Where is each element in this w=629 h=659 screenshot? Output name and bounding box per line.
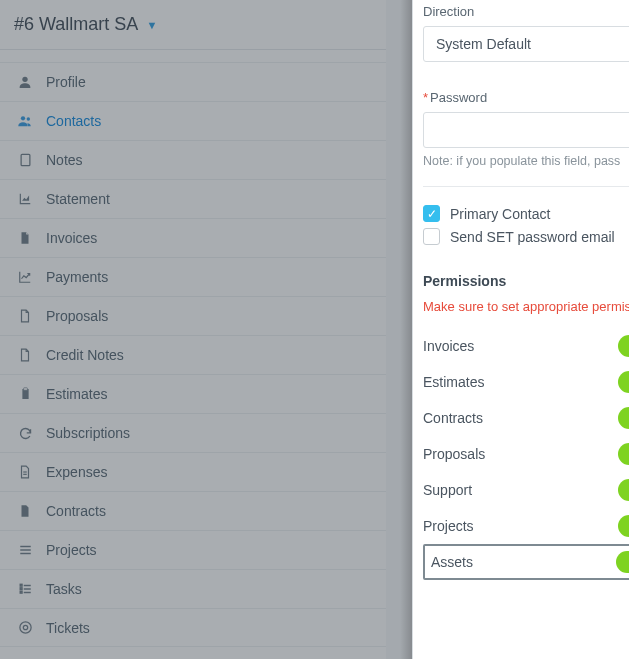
checkbox-unchecked-icon [423,228,440,245]
client-title: #6 Wallmart SA [14,14,138,35]
toggle-proposals[interactable] [618,443,629,465]
permission-row-proposals: Proposals [423,436,629,472]
password-hint: Note: if you populate this field, pass [423,154,629,168]
sidebar-item-label: Payments [46,269,108,285]
bars-icon [14,543,36,557]
file-outline-icon [14,347,36,363]
permissions-warning: Make sure to set appropriate permis [423,299,629,314]
file-outline-icon [14,308,36,324]
divider [423,186,629,187]
permission-row-assets: Assets [423,544,629,580]
svg-rect-3 [21,154,30,165]
permission-label: Estimates [423,374,484,390]
sidebar-item-label: Statement [46,191,110,207]
sidebar-item-label: Projects [46,542,97,558]
password-input[interactable] [423,112,629,148]
sidebar-item-label: Subscriptions [46,425,130,441]
sidebar-item-subscriptions[interactable]: Subscriptions [0,413,386,452]
permission-row-projects: Projects [423,508,629,544]
contact-edit-panel: Direction System Default *Password Note:… [412,0,629,659]
users-icon [14,113,36,129]
client-header[interactable]: #6 Wallmart SA ▼ [0,0,386,50]
sidebar-item-contracts[interactable]: Contracts [0,491,386,530]
permission-row-support: Support [423,472,629,508]
user-icon [14,74,36,90]
permission-row-estimates: Estimates [423,364,629,400]
sidebar-item-notes[interactable]: Notes [0,140,386,179]
permission-label: Support [423,482,472,498]
sidebar-item-label: Contracts [46,503,106,519]
sidebar-item-invoices[interactable]: Invoices [0,218,386,257]
sidebar-item-label: Expenses [46,464,107,480]
direction-label: Direction [423,4,629,19]
send-set-password-label: Send SET password email [450,229,615,245]
toggle-projects[interactable] [618,515,629,537]
sidebar-item-tickets[interactable]: Tickets [0,608,386,647]
permission-row-contracts: Contracts [423,400,629,436]
sidebar-item-expenses[interactable]: Expenses [0,452,386,491]
sidebar-item-label: Tickets [46,620,90,636]
file-lines-icon [14,464,36,480]
svg-rect-5 [23,388,27,391]
direction-value: System Default [436,36,531,52]
required-star-icon: * [423,90,428,105]
send-set-password-checkbox[interactable]: Send SET password email [423,228,629,245]
primary-contact-checkbox[interactable]: ✓ Primary Contact [423,205,629,222]
direction-select[interactable]: System Default [423,26,629,62]
primary-contact-label: Primary Contact [450,206,550,222]
sidebar-item-statement[interactable]: Statement [0,179,386,218]
svg-point-1 [21,116,25,120]
sidebar-item-label: Proposals [46,308,108,324]
toggle-contracts[interactable] [618,407,629,429]
sidebar-item-payments[interactable]: Payments [0,257,386,296]
permissions-title: Permissions [423,273,629,289]
document-icon [14,230,36,246]
sidebar-item-tasks[interactable]: Tasks [0,569,386,608]
sidebar-item-label: Contacts [46,113,101,129]
sidebar-item-projects[interactable]: Projects [0,530,386,569]
sidebar-item-label: Notes [46,152,83,168]
area-chart-icon [14,192,36,206]
tasks-icon [14,582,36,596]
toggle-invoices[interactable] [618,335,629,357]
tablet-icon [14,152,36,168]
sidebar-item-contacts[interactable]: Contacts [0,101,386,140]
toggle-assets[interactable] [616,551,629,573]
sidebar-item-profile[interactable]: Profile [0,62,386,101]
sidebar-item-estimates[interactable]: Estimates [0,374,386,413]
client-sidebar: #6 Wallmart SA ▼ Profile Contacts Notes [0,0,386,659]
sidebar-item-label: Invoices [46,230,97,246]
refresh-icon [14,426,36,441]
permission-row-invoices: Invoices [423,328,629,364]
clipboard-icon [14,386,36,402]
svg-point-17 [19,622,30,633]
toggle-support[interactable] [618,479,629,501]
permission-label: Projects [423,518,474,534]
svg-point-2 [27,117,30,120]
sidebar-item-label: Credit Notes [46,347,124,363]
support-icon [14,620,36,635]
svg-rect-15 [20,588,22,590]
permission-label: Invoices [423,338,474,354]
sidebar-item-credit-notes[interactable]: Credit Notes [0,335,386,374]
permission-label: Assets [431,554,473,570]
sidebar-item-label: Estimates [46,386,107,402]
chevron-down-icon: ▼ [146,19,157,31]
password-label: *Password [423,90,629,105]
svg-rect-14 [20,584,22,586]
toggle-estimates[interactable] [618,371,629,393]
checkbox-checked-icon: ✓ [423,205,440,222]
sidebar-item-label: Profile [46,74,86,90]
document-icon [14,503,36,519]
permission-label: Contracts [423,410,483,426]
svg-rect-16 [20,591,22,593]
sidebar-nav: Profile Contacts Notes Statement Invoice [0,62,386,647]
line-chart-icon [14,270,36,284]
svg-point-18 [23,625,27,629]
permission-label: Proposals [423,446,485,462]
panel-shadow [400,0,412,659]
svg-point-0 [22,77,27,82]
sidebar-item-label: Tasks [46,581,82,597]
sidebar-item-proposals[interactable]: Proposals [0,296,386,335]
